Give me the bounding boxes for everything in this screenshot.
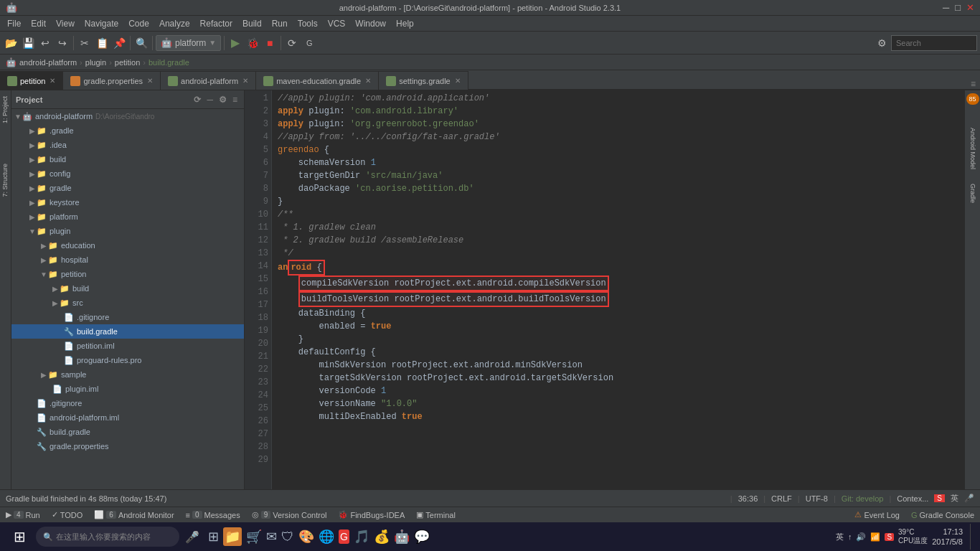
run-btn-bottom[interactable]: ▶ 4 Run <box>6 510 40 519</box>
tree-item-gradle-hidden[interactable]: ▶ 📁 .gradle <box>11 123 244 138</box>
status-lang[interactable]: 英 <box>951 493 958 504</box>
menu-navigate[interactable]: Navigate <box>80 17 123 30</box>
status-mic[interactable]: 🎤 <box>964 494 974 503</box>
menu-refactor[interactable]: Refactor <box>196 17 237 30</box>
toolbar-paste-btn[interactable]: 📌 <box>111 35 127 51</box>
taskbar-app-shield[interactable]: 🛡 <box>281 529 294 545</box>
gradle-btn[interactable]: G <box>301 35 317 51</box>
tab-gradle-props-close[interactable]: ✕ <box>147 77 153 85</box>
tree-item-build-root[interactable]: ▶ 📁 build <box>11 152 244 166</box>
taskbar-app-media[interactable]: 🎵 <box>354 529 369 545</box>
platform-dropdown[interactable]: 🤖 platform ▼ <box>156 35 221 51</box>
tray-ime[interactable]: S <box>885 533 894 541</box>
version-control-btn[interactable]: ◎ 9 Version Control <box>252 510 327 519</box>
tray-network[interactable]: 📶 <box>870 532 880 542</box>
tree-item-education[interactable]: ▶ 📁 education <box>11 238 244 253</box>
editor-settings-btn[interactable]: ≡ <box>971 79 976 89</box>
messages-btn[interactable]: ≡ 0 Messages <box>186 511 240 519</box>
gradle-console-btn[interactable]: G Gradle Console <box>911 511 974 519</box>
project-collapse-btn[interactable]: ─ <box>204 94 215 105</box>
tab-gradle-props[interactable]: gradle.properties ✕ <box>63 71 161 90</box>
tree-item-petition-proguard[interactable]: ▶ 📄 proguard-rules.pro <box>11 353 244 367</box>
tab-settings-gradle[interactable]: settings.gradle ✕ <box>379 71 468 90</box>
taskbar-app-wechat[interactable]: 💬 <box>414 529 430 545</box>
breadcrumb-build-gradle[interactable]: build.gradle <box>149 58 189 67</box>
todo-btn[interactable]: ✓ TODO <box>52 510 83 519</box>
menu-window[interactable]: Window <box>351 17 390 30</box>
tree-item-hospital[interactable]: ▶ 📁 hospital <box>11 253 244 267</box>
tray-volume[interactable]: 🔊 <box>856 532 866 542</box>
toolbar-copy-btn[interactable]: 📋 <box>94 35 110 51</box>
terminal-btn[interactable]: ▣ Terminal <box>416 510 456 519</box>
taskbar-app-android[interactable]: 🤖 <box>394 529 410 545</box>
show-desktop-btn[interactable] <box>970 524 974 550</box>
breadcrumb-plugin[interactable]: plugin <box>85 58 106 67</box>
menu-file[interactable]: File <box>3 17 25 30</box>
code-text[interactable]: //apply plugin: 'com.android.application… <box>272 90 964 489</box>
tab-android-platform-close[interactable]: ✕ <box>242 77 248 85</box>
tree-item-idea[interactable]: ▶ 📁 .idea <box>11 138 244 152</box>
tab-maven-education[interactable]: maven-education.gradle ✕ <box>256 71 379 90</box>
menu-analyze[interactable]: Analyze <box>155 17 194 30</box>
tree-item-gradle[interactable]: ▶ 📁 gradle <box>11 181 244 195</box>
tray-lang[interactable]: 英 <box>836 532 844 542</box>
taskbar-app-files[interactable]: 📁 <box>223 527 242 546</box>
findbugs-btn[interactable]: 🐞 FindBugs-IDEA <box>338 510 405 519</box>
tree-item-config[interactable]: ▶ 📁 config <box>11 166 244 181</box>
maximize-button[interactable]: □ <box>955 2 961 13</box>
breadcrumb-petition[interactable]: petition <box>115 58 140 67</box>
tree-item-root-gitignore[interactable]: ▶ 📄 .gitignore <box>11 396 244 410</box>
tree-item-root-build-gradle[interactable]: ▶ 🔧 build.gradle <box>11 425 244 439</box>
project-settings-btn[interactable]: ⚙ <box>217 94 229 105</box>
toolbar-open-btn[interactable]: 📂 <box>3 35 19 51</box>
menu-code[interactable]: Code <box>124 17 154 30</box>
tab-android-platform[interactable]: android-platform ✕ <box>161 71 256 90</box>
rvtab-gradle[interactable]: Gradle <box>968 176 978 210</box>
tree-item-petition-iml[interactable]: ▶ 📄 petition.iml <box>11 339 244 353</box>
start-button[interactable]: ⊞ <box>6 523 33 550</box>
tree-item-plugin[interactable]: ▼ 📁 plugin <box>11 224 244 238</box>
menu-run[interactable]: Run <box>268 17 292 30</box>
breadcrumb-android-platform[interactable]: android-platform <box>19 58 77 67</box>
settings-btn[interactable]: ⚙ <box>874 35 890 51</box>
android-monitor-btn[interactable]: ⬜ 6 Android Monitor <box>94 510 174 519</box>
menu-build[interactable]: Build <box>238 17 266 30</box>
tree-item-platform[interactable]: ▶ 📁 platform <box>11 209 244 224</box>
taskbar-search-box[interactable]: 🔍 在这里输入你要搜索的内容 <box>36 527 179 547</box>
menu-help[interactable]: Help <box>392 17 418 30</box>
tree-item-petition[interactable]: ▼ 📁 petition <box>11 267 244 281</box>
project-gear-btn[interactable]: ≡ <box>230 94 240 105</box>
tree-item-root-iml[interactable]: ▶ 📄 android-platform.iml <box>11 410 244 425</box>
event-log-btn[interactable]: ⚠ Event Log <box>854 510 900 519</box>
tab-maven-education-close[interactable]: ✕ <box>365 77 371 85</box>
menu-tools[interactable]: Tools <box>293 17 322 30</box>
taskbar-app-paint[interactable]: 🎨 <box>298 529 314 545</box>
sync-btn[interactable]: ⟳ <box>284 35 300 51</box>
tab-settings-gradle-close[interactable]: ✕ <box>455 77 461 85</box>
tree-item-sample[interactable]: ▶ 📁 sample <box>11 367 244 382</box>
vtab-project[interactable]: 1: Project <box>0 90 11 129</box>
run-btn[interactable]: ▶ <box>227 35 243 51</box>
tree-item-petition-gitignore[interactable]: ▶ 📄 .gitignore <box>11 310 244 324</box>
rvtab-android-model[interactable]: Android Model <box>968 121 978 176</box>
taskbar-app-giga[interactable]: G <box>339 529 349 544</box>
debug-btn[interactable]: 🐞 <box>245 35 260 51</box>
taskbar-app-mail[interactable]: ✉ <box>266 529 277 545</box>
toolbar-cut-btn[interactable]: ✂ <box>77 35 93 51</box>
project-sync-btn[interactable]: ⟳ <box>192 94 203 105</box>
taskbar-app-store[interactable]: 🛒 <box>246 529 262 545</box>
menu-edit[interactable]: Edit <box>27 17 50 30</box>
toolbar-search-input[interactable] <box>891 35 977 51</box>
toolbar-undo-btn[interactable]: ↩ <box>37 35 53 51</box>
vtab-structure[interactable]: 7: Structure <box>0 158 11 203</box>
tree-item-keystore[interactable]: ▶ 📁 keystore <box>11 195 244 209</box>
toolbar-search-btn[interactable]: 🔍 <box>133 35 149 51</box>
close-button[interactable]: ✕ <box>966 2 974 13</box>
tree-root[interactable]: ▼ 🤖 android-platform D:\AoriseGit\andro <box>11 109 244 123</box>
menu-vcs[interactable]: VCS <box>324 17 350 30</box>
tree-item-petition-build-gradle[interactable]: ▶ 🔧 build.gradle <box>11 324 244 339</box>
tab-petition-close[interactable]: ✕ <box>50 77 55 85</box>
taskbar-app-windows[interactable]: ⊞ <box>208 529 219 545</box>
tab-petition[interactable]: petition ✕ <box>0 71 63 90</box>
toolbar-redo-btn[interactable]: ↪ <box>55 35 70 51</box>
